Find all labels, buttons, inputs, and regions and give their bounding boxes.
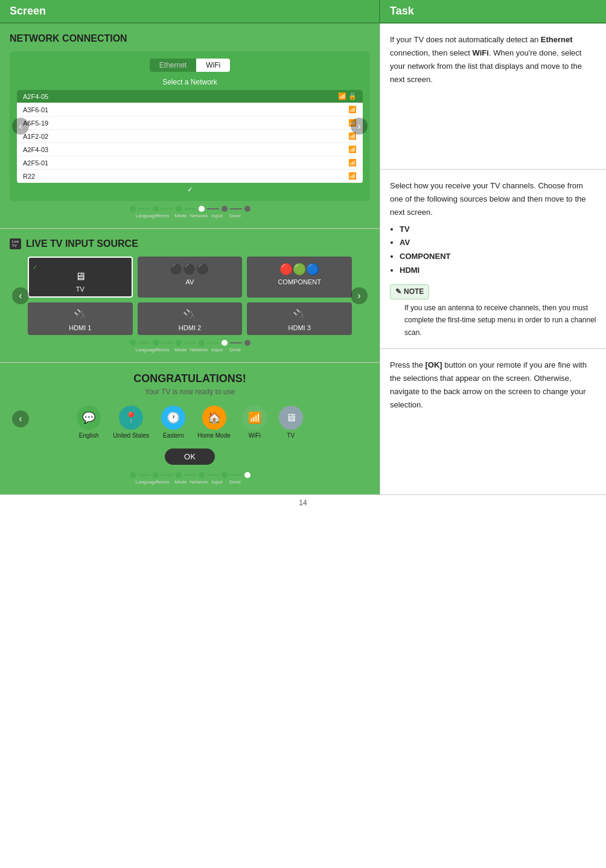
progress-dot-input: [222, 472, 228, 478]
network-list: A2F4-05 📶 🔒 A3F6-01 📶 A6F5-19 📶 A1: [17, 90, 363, 183]
badge-live: Live: [12, 240, 19, 244]
input-av[interactable]: ⚫⚫⚫ AV: [138, 257, 243, 298]
input-component[interactable]: 🔴🟢🔵 COMPONENT: [247, 257, 352, 298]
wifi-icon: 📶: [243, 406, 267, 430]
header-row: Screen Task: [0, 0, 606, 24]
progress-line: [207, 342, 219, 343]
homemode-label: Home Mode: [197, 432, 230, 439]
task-network: If your TV does not automatically detect…: [380, 24, 606, 170]
live-tv-title: LIVE TV INPUT SOURCE: [26, 238, 138, 249]
ok-button[interactable]: OK: [165, 448, 215, 465]
label-input: Input: [208, 479, 226, 485]
av-icon: ⚫⚫⚫: [170, 263, 209, 276]
progress-labels: Language Terms Mode Network Input Done: [10, 213, 370, 219]
task3-text: Press the [OK] button on your remote if …: [390, 359, 596, 412]
network-item[interactable]: A6F5-19 📶: [17, 116, 363, 130]
progress-line: [207, 474, 219, 476]
english-label: English: [79, 432, 99, 439]
progress-line: [230, 208, 242, 209]
note-icon: ✎: [395, 286, 401, 298]
label-language: Language: [136, 347, 154, 353]
congrats-eastern: 🕐 Eastern: [161, 406, 185, 439]
progress-dot-network: [199, 206, 205, 212]
label-language: Language: [136, 213, 154, 219]
task2-note-text: If you use an antenna to receive channel…: [404, 302, 596, 339]
label-terms: Terms: [154, 213, 172, 219]
wifi-icon: 📶: [348, 159, 357, 167]
progress-line: [138, 342, 150, 343]
label-input: Input: [208, 347, 226, 353]
wifi-icon: 📶: [348, 106, 357, 113]
network-forward-arrow[interactable]: ›: [351, 118, 368, 135]
progress-dot-terms: [153, 206, 159, 212]
livetv-forward-arrow[interactable]: ›: [351, 287, 368, 304]
progress-line: [184, 474, 196, 476]
progress-line: [230, 474, 242, 476]
network-item[interactable]: R22 📶: [17, 170, 363, 183]
note-label: NOTE: [404, 286, 424, 298]
congrats-tv: 🖥 TV: [279, 406, 303, 439]
tab-ethernet[interactable]: Ethernet: [150, 59, 196, 72]
network-tabs: Ethernet WiFi: [17, 59, 363, 72]
network-inner: Ethernet WiFi Select a Network A2F4-05 📶…: [10, 51, 370, 201]
tv-icon: 🖥: [75, 270, 86, 283]
bold-ok: [OK]: [426, 360, 442, 369]
progress-line: [184, 342, 196, 343]
congrats-back-arrow[interactable]: ‹: [12, 410, 29, 427]
progress-dot-terms: [153, 472, 159, 478]
eastern-icon: 🕐: [161, 406, 185, 430]
congrats-title: CONGRATULATIONS!: [31, 372, 348, 385]
progress-dot-language: [130, 340, 136, 346]
network-item[interactable]: A1F2-02 📶: [17, 130, 363, 143]
congrats-inner: CONGRATULATIONS! Your TV is now ready to…: [10, 372, 370, 465]
hdmi2-icon: 🔌: [183, 308, 196, 322]
network-item[interactable]: A2F5-01 📶: [17, 156, 363, 170]
network-back-arrow[interactable]: ‹: [12, 118, 29, 135]
label-mode: Mode: [172, 479, 190, 485]
progress-line: [161, 342, 173, 343]
network-item[interactable]: A2F4-05 📶 🔒: [17, 90, 363, 103]
progress-dot-mode: [176, 206, 182, 212]
progress-dot-done: [244, 340, 250, 346]
input-hdmi2[interactable]: 🔌 HDMI 2: [138, 302, 243, 335]
progress-dot-network: [199, 472, 205, 478]
network-name: A2F4-03: [23, 146, 48, 153]
input-hdmi3[interactable]: 🔌 HDMI 3: [247, 302, 352, 335]
progress-dot-mode: [176, 340, 182, 346]
live-tv-header: Live TV LIVE TV INPUT SOURCE: [10, 238, 370, 249]
wifi-icon: 📶: [348, 172, 357, 180]
main-content: NETWORK CONNECTION ‹ Ethernet WiFi Selec…: [0, 24, 606, 495]
progress-dot-terms: [153, 340, 159, 346]
network-item[interactable]: A2F4-03 📶: [17, 143, 363, 156]
congrats-subtitle: Your TV is now ready to use: [31, 388, 348, 396]
label-language: Language: [136, 479, 154, 485]
network-name: A1F2-02: [23, 133, 48, 140]
label-terms: Terms: [154, 347, 172, 353]
input-label-tv: TV: [76, 286, 85, 293]
check-mark: ✓: [33, 264, 37, 270]
congrats-progress-bar: [10, 472, 370, 478]
input-tv[interactable]: ✓ 🖥 TV: [28, 257, 133, 298]
progress-dot-mode: [176, 472, 182, 478]
livetv-back-arrow[interactable]: ‹: [12, 287, 29, 304]
bold-wifi: WiFi: [473, 48, 489, 57]
progress-dot-network: [199, 340, 205, 346]
tab-wifi[interactable]: WiFi: [196, 59, 230, 72]
network-item[interactable]: A3F6-01 📶: [17, 103, 363, 116]
bullet-hdmi: HDMI: [400, 264, 596, 277]
network-title: NETWORK CONNECTION: [10, 33, 370, 44]
tasks-column: If your TV does not automatically detect…: [380, 24, 606, 495]
screen-header: Screen: [0, 0, 380, 22]
network-name: A2F5-01: [23, 159, 48, 167]
congrats-us: 📍 United States: [113, 406, 149, 439]
hdmi3-icon: 🔌: [293, 308, 306, 322]
congratulations-panel: ‹ CONGRATULATIONS! Your TV is now ready …: [0, 363, 380, 495]
wifi-label: WiFi: [249, 432, 261, 439]
input-hdmi1[interactable]: 🔌 HDMI 1: [28, 302, 133, 335]
live-tv-badge: Live TV: [10, 238, 21, 249]
label-mode: Mode: [172, 347, 190, 353]
network-progress-bar: [10, 206, 370, 212]
label-terms: Terms: [154, 479, 172, 485]
network-connection-panel: NETWORK CONNECTION ‹ Ethernet WiFi Selec…: [0, 24, 380, 229]
bullet-av: AV: [400, 237, 596, 249]
